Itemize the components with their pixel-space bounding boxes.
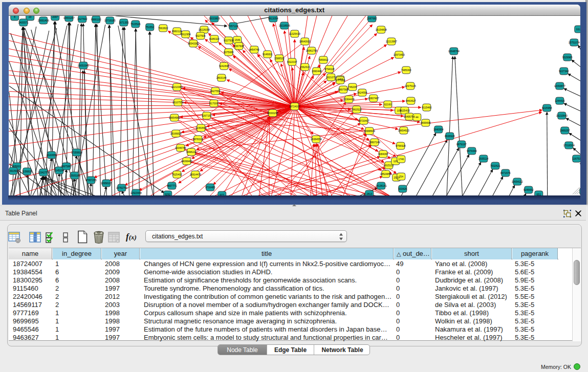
svg-text:15495756: 15495756 — [403, 115, 415, 118]
svg-text:1746: 1746 — [398, 158, 404, 161]
svg-text:14099489: 14099489 — [181, 160, 192, 163]
svg-text:16543382: 16543382 — [187, 42, 199, 45]
svg-text:12213383: 12213383 — [171, 85, 182, 89]
svg-text:8878313: 8878313 — [193, 138, 203, 141]
svg-text:14136141: 14136141 — [375, 184, 386, 187]
svg-text:19166825: 19166825 — [170, 132, 181, 135]
svg-text:9716485: 9716485 — [205, 186, 215, 189]
svg-text:1671355: 1671355 — [119, 21, 129, 24]
svg-text:8454749: 8454749 — [249, 48, 259, 51]
svg-text:1112: 1112 — [576, 28, 580, 31]
svg-text:16033809: 16033809 — [208, 17, 220, 20]
svg-text:9115460: 9115460 — [422, 106, 431, 109]
svg-text:1327602: 1327602 — [77, 17, 88, 20]
svg-text:18524851: 18524851 — [380, 172, 391, 176]
svg-text:7632621: 7632621 — [490, 164, 500, 167]
svg-text:10807487: 10807487 — [367, 97, 379, 100]
svg-text:9463627: 9463627 — [406, 99, 416, 102]
svg-text:1156819: 1156819 — [22, 170, 32, 173]
svg-text:7625402: 7625402 — [172, 173, 182, 176]
svg-text:19218506: 19218506 — [278, 24, 290, 27]
svg-text:15720407: 15720407 — [358, 119, 369, 122]
svg-text:9329965: 9329965 — [562, 56, 573, 59]
svg-text:6879197: 6879197 — [456, 143, 467, 146]
svg-text:16914479: 16914479 — [189, 173, 201, 176]
svg-text:2935114: 2935114 — [478, 157, 488, 160]
svg-text:19654923: 19654923 — [398, 129, 409, 132]
svg-text:1588520: 1588520 — [274, 57, 285, 60]
svg-text:9292: 9292 — [165, 193, 170, 195]
svg-text:751552: 751552 — [145, 26, 154, 29]
svg-text:933426: 933426 — [398, 187, 407, 190]
svg-text:10958107: 10958107 — [100, 182, 112, 185]
svg-text:9146821: 9146821 — [263, 53, 273, 56]
svg-text:835001: 835001 — [12, 165, 21, 168]
svg-text:9025433: 9025433 — [400, 109, 410, 112]
svg-text:15751074: 15751074 — [568, 41, 579, 44]
svg-text:254: 254 — [399, 175, 403, 178]
svg-text:19384554: 19384554 — [310, 138, 321, 141]
svg-text:1244415: 1244415 — [555, 99, 565, 102]
svg-text:16961758: 16961758 — [306, 49, 317, 52]
svg-text:6897568: 6897568 — [338, 88, 349, 91]
svg-text:20364436: 20364436 — [343, 98, 354, 101]
svg-text:12353594: 12353594 — [195, 126, 206, 129]
svg-text:1990448: 1990448 — [312, 70, 322, 73]
svg-text:2813: 2813 — [366, 192, 372, 195]
svg-text:10688609: 10688609 — [363, 129, 375, 133]
svg-text:16210643: 16210643 — [556, 114, 567, 117]
svg-text:1145194: 1145194 — [54, 169, 64, 172]
svg-text:1621072: 1621072 — [326, 76, 336, 79]
svg-text:17016504: 17016504 — [563, 144, 574, 147]
svg-text:18226058: 18226058 — [198, 28, 209, 31]
svg-text:8: 8 — [14, 16, 15, 18]
svg-text:9327508: 9327508 — [224, 39, 234, 42]
svg-text:1615112: 1615112 — [384, 164, 394, 167]
svg-text:10653267: 10653267 — [63, 16, 74, 19]
svg-text:2097: 2097 — [52, 16, 58, 18]
svg-text:9245652: 9245652 — [524, 188, 534, 191]
svg-text:2020655: 2020655 — [47, 154, 57, 157]
svg-text:3624554: 3624554 — [357, 91, 367, 94]
svg-text:7357224: 7357224 — [228, 25, 238, 28]
svg-text:9756928: 9756928 — [396, 144, 406, 147]
svg-text:9474444: 9474444 — [467, 149, 477, 152]
svg-text:1546: 1546 — [234, 38, 240, 41]
svg-text:12093877: 12093877 — [554, 84, 565, 87]
svg-text:8322037: 8322037 — [287, 60, 297, 63]
svg-text:2405571: 2405571 — [18, 21, 29, 24]
svg-text:8427552: 8427552 — [210, 90, 221, 93]
svg-text:12213967: 12213967 — [385, 40, 397, 43]
svg-text:7863522: 7863522 — [352, 108, 362, 111]
svg-text:8215958: 8215958 — [542, 106, 552, 110]
svg-text:18724007: 18724007 — [289, 105, 300, 108]
svg-text:19975867: 19975867 — [60, 165, 72, 168]
svg-text:2087682: 2087682 — [367, 17, 377, 20]
svg-text:16154838: 16154838 — [375, 28, 386, 31]
svg-text:9794028: 9794028 — [324, 68, 335, 71]
svg-text:8471676: 8471676 — [500, 171, 511, 174]
svg-text:7955812: 7955812 — [318, 58, 329, 61]
svg-text:10654112: 10654112 — [511, 180, 522, 183]
svg-text:8186323: 8186323 — [209, 37, 220, 40]
svg-text:19654983: 19654983 — [168, 116, 180, 119]
svg-text:7485063: 7485063 — [401, 69, 411, 72]
svg-text:8938928: 8938928 — [445, 135, 455, 138]
svg-text:7663822: 7663822 — [158, 27, 168, 30]
svg-text:44: 44 — [415, 116, 418, 119]
svg-text:1969297: 1969297 — [560, 129, 570, 132]
svg-text:817006: 817006 — [209, 102, 218, 105]
svg-text:10973493: 10973493 — [393, 53, 404, 56]
svg-text:18640910: 18640910 — [299, 40, 310, 43]
svg-text:120: 120 — [393, 160, 398, 163]
svg-text:9777169: 9777169 — [335, 79, 345, 82]
svg-text:17957255: 17957255 — [85, 179, 96, 182]
svg-text:9699695: 9699695 — [421, 121, 431, 124]
svg-text:20: 20 — [28, 16, 31, 18]
svg-text:10719185: 10719185 — [104, 19, 115, 22]
svg-text:12923448: 12923448 — [130, 191, 141, 194]
svg-text:18807249: 18807249 — [368, 141, 380, 144]
svg-text:116753: 116753 — [572, 157, 580, 160]
svg-text:39159: 39159 — [9, 169, 16, 172]
svg-text:10648784: 10648784 — [448, 50, 459, 53]
